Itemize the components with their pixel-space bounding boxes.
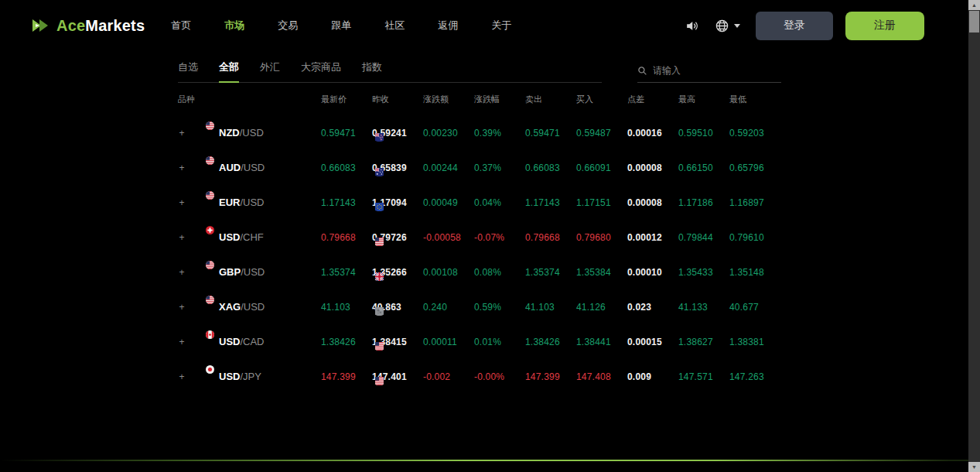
sell-price: 0.79668	[525, 232, 576, 243]
last-price: 41.103	[321, 302, 372, 313]
quotes-table-header: 品种 最新价 昨收 涨跌额 涨跌幅 卖出 买入 点差 最高 最低	[178, 83, 781, 115]
buy-price: 1.17151	[576, 197, 627, 208]
sell-price: 1.17143	[525, 197, 576, 208]
register-button[interactable]: 注册	[845, 12, 924, 40]
change-amount: -0.00058	[423, 232, 474, 243]
flag-us-icon	[370, 228, 388, 246]
nav-item-home[interactable]: 首页	[171, 19, 191, 32]
nav-item-trade[interactable]: 交易	[278, 19, 298, 32]
spread: 0.00008	[627, 197, 678, 208]
spread: 0.00016	[627, 128, 678, 139]
sell-price: 1.38426	[525, 337, 576, 347]
nav-item-rebate[interactable]: 返佣	[438, 19, 458, 32]
tab-indices[interactable]: 指数	[362, 60, 382, 83]
sell-price: 147.399	[525, 371, 576, 382]
expand-row-icon[interactable]: +	[178, 162, 186, 173]
expand-row-icon[interactable]: +	[178, 197, 186, 208]
table-row[interactable]: + GBP/USD 1.35374 1.35266 0.00108 0.08% …	[178, 255, 781, 289]
flag-ch-badge-icon	[206, 226, 214, 234]
pair-name: USD/JPY	[219, 371, 261, 382]
expand-row-icon[interactable]: +	[178, 128, 186, 139]
page-scrollbar[interactable]: ▲ ▼	[968, 0, 980, 472]
nav-item-markets[interactable]: 市场	[224, 19, 244, 32]
expand-row-icon[interactable]: +	[178, 302, 186, 313]
col-change-percent: 涨跌幅	[474, 94, 525, 105]
brand-logo[interactable]: AceMarkets	[31, 15, 145, 36]
table-row[interactable]: + USD/CAD 1.38426 1.38415 0.00011 0.01% …	[178, 324, 781, 359]
table-row[interactable]: + USD/JPY 147.399 147.401 -0.002 -0.00% …	[178, 359, 781, 394]
search-input[interactable]	[653, 65, 781, 76]
last-price: 0.66083	[321, 162, 372, 173]
brand-name: AceMarkets	[56, 17, 145, 35]
spread: 0.00015	[627, 337, 678, 347]
table-row[interactable]: + XAG/USD 41.103 40.863 0.240 0.59% 41.1…	[178, 289, 781, 324]
expand-row-icon[interactable]: +	[178, 267, 186, 278]
spread: 0.00010	[627, 267, 678, 278]
low-price: 0.59203	[729, 128, 780, 139]
table-row[interactable]: + AUD/USD 0.66083 0.65839 0.00244 0.37% …	[178, 150, 781, 185]
tab-forex[interactable]: 外汇	[260, 60, 280, 83]
tab-all[interactable]: 全部	[219, 60, 239, 83]
pair-flags	[193, 333, 212, 351]
login-button[interactable]: 登录	[756, 12, 833, 40]
pair-name: AUD/USD	[219, 162, 265, 173]
high-price: 41.133	[678, 302, 729, 313]
flag-ca-badge-icon	[206, 330, 214, 339]
nav-item-about[interactable]: 关于	[491, 19, 511, 32]
sound-toggle[interactable]	[685, 19, 699, 33]
pair-flags	[193, 124, 212, 142]
nav-item-community[interactable]: 社区	[384, 19, 405, 32]
change-percent: 0.39%	[474, 128, 525, 139]
table-row[interactable]: + USD/CHF 0.79668 0.79726 -0.00058 -0.07…	[178, 220, 781, 255]
tab-watchlist[interactable]: 自选	[178, 60, 198, 83]
low-price: 40.677	[729, 302, 780, 313]
change-amount: 0.00244	[423, 162, 474, 173]
expand-row-icon[interactable]: +	[178, 371, 186, 382]
change-amount: 0.00108	[423, 267, 474, 278]
flag-xag-icon	[370, 298, 388, 316]
buy-price: 41.126	[576, 302, 627, 313]
high-price: 0.79844	[678, 232, 729, 243]
flag-us-badge-icon	[206, 261, 214, 269]
nav-item-copy-trading[interactable]: 跟单	[331, 19, 351, 32]
last-price: 0.79668	[321, 232, 372, 243]
scrollbar-thumb[interactable]	[969, 11, 979, 32]
flag-au-icon	[370, 159, 388, 176]
quotes-table: 品种 最新价 昨收 涨跌额 涨跌幅 卖出 买入 点差 最高 最低 + NZD/U…	[178, 83, 781, 394]
pair-name: XAG/USD	[219, 301, 265, 313]
tab-commodities[interactable]: 大宗商品	[301, 60, 341, 83]
flag-us-icon	[370, 368, 388, 385]
scrollbar-up-button[interactable]: ▲	[968, 0, 980, 10]
change-percent: 0.37%	[474, 162, 525, 173]
col-last-price: 最新价	[321, 94, 372, 105]
pair-flags	[193, 368, 212, 385]
flag-us-badge-icon	[206, 121, 214, 130]
buy-price: 0.59487	[576, 128, 627, 139]
table-row[interactable]: + NZD/USD 0.59471 0.59241 0.00230 0.39% …	[178, 115, 781, 150]
col-change-amount: 涨跌额	[423, 94, 474, 105]
markets-panel: 自选 全部 外汇 大宗商品 指数 品种 最新价 昨收 涨跌额 涨跌幅 卖出 买入…	[178, 51, 781, 394]
top-navigation-bar: AceMarkets 首页 市场 交易 跟单 社区 返佣 关于 登录 注册	[0, 0, 980, 51]
scrollbar-down-button[interactable]: ▼	[968, 462, 980, 472]
symbol-cell: + XAG/USD	[178, 298, 321, 316]
expand-row-icon[interactable]: +	[178, 337, 186, 347]
expand-row-icon[interactable]: +	[178, 232, 186, 243]
buy-price: 147.408	[576, 371, 627, 382]
spread: 0.00012	[627, 232, 678, 243]
pair-name: NZD/USD	[219, 127, 264, 139]
buy-price: 1.38441	[576, 337, 627, 347]
table-row[interactable]: + EUR/USD 1.17143 1.17094 0.00049 0.04% …	[178, 185, 781, 220]
pair-flags	[193, 228, 212, 246]
flag-us-badge-icon	[206, 156, 214, 165]
language-selector[interactable]	[715, 19, 740, 33]
main-nav: 首页 市场 交易 跟单 社区 返佣 关于	[171, 19, 511, 32]
change-percent: 0.01%	[474, 337, 525, 347]
symbol-cell: + USD/CAD	[178, 333, 321, 351]
pair-name: EUR/USD	[219, 197, 265, 208]
flag-us-icon	[370, 333, 388, 351]
symbol-cell: + USD/CHF	[178, 228, 321, 246]
footer-accent-line	[0, 460, 968, 461]
high-price: 147.571	[678, 371, 729, 382]
change-percent: 0.04%	[474, 197, 525, 208]
spread: 0.023	[627, 302, 678, 313]
